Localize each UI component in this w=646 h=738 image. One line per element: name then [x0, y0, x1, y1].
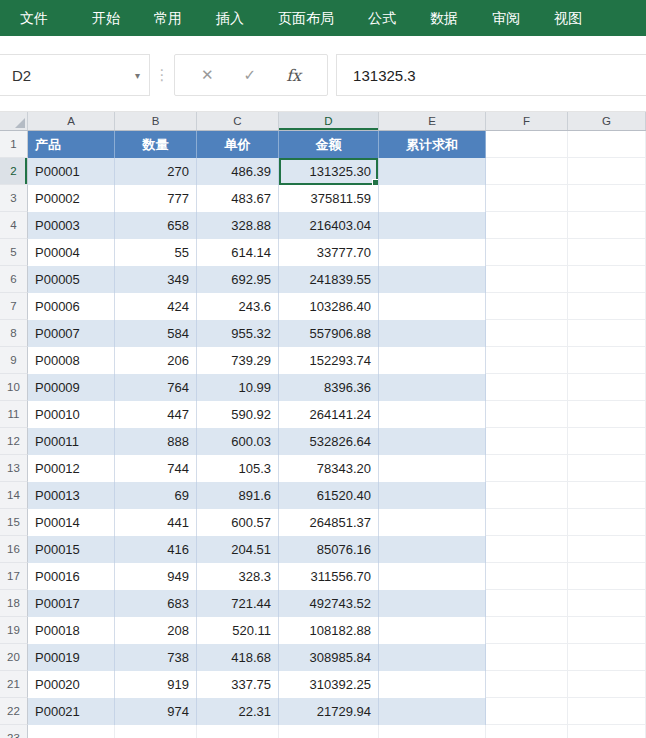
cell-E9[interactable]	[379, 347, 486, 374]
ribbon-tab-file[interactable]: 文件	[3, 0, 65, 36]
row-header-1[interactable]: 1	[0, 131, 28, 158]
cell-F2[interactable]	[486, 158, 568, 185]
cell-F8[interactable]	[486, 320, 568, 347]
name-box-dropdown-icon[interactable]: ▾	[135, 70, 140, 81]
cell-E3[interactable]	[379, 185, 486, 212]
cell-B21[interactable]: 919	[115, 671, 197, 698]
cell-B9[interactable]: 206	[115, 347, 197, 374]
cell-B2[interactable]: 270	[115, 158, 197, 185]
confirm-icon[interactable]: ✓	[244, 66, 257, 84]
cell-F5[interactable]	[486, 239, 568, 266]
cell-E8[interactable]	[379, 320, 486, 347]
cell-B19[interactable]: 208	[115, 617, 197, 644]
cell-E7[interactable]	[379, 293, 486, 320]
cell-C2[interactable]: 486.39	[197, 158, 279, 185]
cell-F7[interactable]	[486, 293, 568, 320]
cell-F20[interactable]	[486, 644, 568, 671]
row-header-2[interactable]: 2	[0, 158, 28, 185]
cell-C6[interactable]: 692.95	[197, 266, 279, 293]
cell-E16[interactable]	[379, 536, 486, 563]
cell-E11[interactable]	[379, 401, 486, 428]
cell-G14[interactable]	[568, 482, 646, 509]
cell-F15[interactable]	[486, 509, 568, 536]
cell-C7[interactable]: 243.6	[197, 293, 279, 320]
cell-C23[interactable]	[197, 725, 279, 738]
row-header-21[interactable]: 21	[0, 671, 28, 698]
cell-B23[interactable]	[115, 725, 197, 738]
row-header-10[interactable]: 10	[0, 374, 28, 401]
cell-F9[interactable]	[486, 347, 568, 374]
cell-B10[interactable]: 764	[115, 374, 197, 401]
cell-E12[interactable]	[379, 428, 486, 455]
cell-A11[interactable]: P00010	[28, 401, 115, 428]
row-header-8[interactable]: 8	[0, 320, 28, 347]
cell-G13[interactable]	[568, 455, 646, 482]
ribbon-tab-page-layout[interactable]: 页面布局	[261, 0, 351, 36]
cell-B6[interactable]: 349	[115, 266, 197, 293]
ribbon-tab-home[interactable]: 开始	[75, 0, 137, 36]
cell-F13[interactable]	[486, 455, 568, 482]
cell-E17[interactable]	[379, 563, 486, 590]
cell-C14[interactable]: 891.6	[197, 482, 279, 509]
row-header-7[interactable]: 7	[0, 293, 28, 320]
cell-A22[interactable]: P00021	[28, 698, 115, 725]
insert-function-icon[interactable]: fx	[286, 66, 301, 85]
ribbon-tab-data[interactable]: 数据	[413, 0, 475, 36]
cell-D6[interactable]: 241839.55	[279, 266, 379, 293]
cell-A10[interactable]: P00009	[28, 374, 115, 401]
cell-F17[interactable]	[486, 563, 568, 590]
cell-E18[interactable]	[379, 590, 486, 617]
cell-G1[interactable]	[568, 131, 646, 158]
cell-D13[interactable]: 78343.20	[279, 455, 379, 482]
cell-G23[interactable]	[568, 725, 646, 738]
cell-E20[interactable]	[379, 644, 486, 671]
row-header-22[interactable]: 22	[0, 698, 28, 725]
cell-G20[interactable]	[568, 644, 646, 671]
cell-C13[interactable]: 105.3	[197, 455, 279, 482]
cell-F19[interactable]	[486, 617, 568, 644]
cell-D16[interactable]: 85076.16	[279, 536, 379, 563]
cancel-icon[interactable]: ✕	[201, 66, 214, 84]
row-header-3[interactable]: 3	[0, 185, 28, 212]
column-header-A[interactable]: A	[28, 112, 115, 130]
cell-F6[interactable]	[486, 266, 568, 293]
cell-D2[interactable]: 131325.30	[279, 158, 379, 185]
cell-C21[interactable]: 337.75	[197, 671, 279, 698]
row-header-15[interactable]: 15	[0, 509, 28, 536]
row-header-20[interactable]: 20	[0, 644, 28, 671]
cell-A9[interactable]: P00008	[28, 347, 115, 374]
cell-G18[interactable]	[568, 590, 646, 617]
cell-G16[interactable]	[568, 536, 646, 563]
cell-G7[interactable]	[568, 293, 646, 320]
column-header-C[interactable]: C	[197, 112, 279, 130]
cell-A4[interactable]: P00003	[28, 212, 115, 239]
column-header-D[interactable]: D	[279, 112, 379, 130]
cell-E15[interactable]	[379, 509, 486, 536]
cell-F23[interactable]	[486, 725, 568, 738]
cell-A15[interactable]: P00014	[28, 509, 115, 536]
cell-A20[interactable]: P00019	[28, 644, 115, 671]
cell-F4[interactable]	[486, 212, 568, 239]
select-all-corner[interactable]	[0, 112, 28, 130]
cell-D20[interactable]: 308985.84	[279, 644, 379, 671]
ribbon-tab-formulas[interactable]: 公式	[351, 0, 413, 36]
column-header-B[interactable]: B	[115, 112, 197, 130]
row-header-9[interactable]: 9	[0, 347, 28, 374]
row-header-6[interactable]: 6	[0, 266, 28, 293]
row-header-11[interactable]: 11	[0, 401, 28, 428]
cell-B16[interactable]: 416	[115, 536, 197, 563]
cell-C19[interactable]: 520.11	[197, 617, 279, 644]
cell-D5[interactable]: 33777.70	[279, 239, 379, 266]
row-header-16[interactable]: 16	[0, 536, 28, 563]
cell-A8[interactable]: P00007	[28, 320, 115, 347]
row-header-23[interactable]: 23	[0, 725, 28, 738]
cell-A12[interactable]: P00011	[28, 428, 115, 455]
cell-C22[interactable]: 22.31	[197, 698, 279, 725]
cell-D7[interactable]: 103286.40	[279, 293, 379, 320]
cell-E6[interactable]	[379, 266, 486, 293]
cell-A7[interactable]: P00006	[28, 293, 115, 320]
cell-A1[interactable]: 产品	[28, 131, 115, 158]
ribbon-tab-review[interactable]: 审阅	[475, 0, 537, 36]
cell-C20[interactable]: 418.68	[197, 644, 279, 671]
cell-B8[interactable]: 584	[115, 320, 197, 347]
